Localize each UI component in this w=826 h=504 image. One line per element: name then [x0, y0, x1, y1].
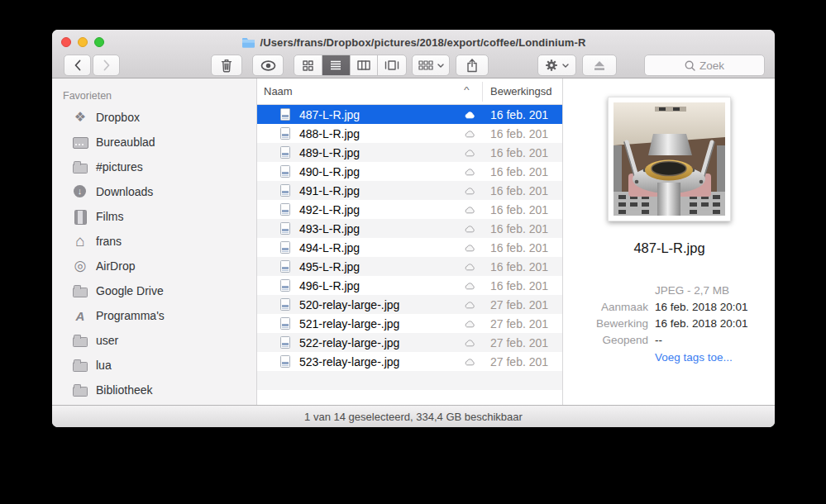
sidebar-item[interactable]: frans — [52, 229, 256, 254]
file-date: 27 feb. 201 — [490, 298, 548, 311]
file-row[interactable]: 523-relay-large-.jpg 27 feb. 201 — [257, 352, 562, 371]
sidebar-item[interactable]: Bibliotheek — [52, 378, 256, 402]
file-date: 16 feb. 201 — [490, 146, 548, 159]
metadata-label: Geopend — [564, 334, 648, 346]
file-date: 16 feb. 201 — [490, 127, 548, 140]
jpeg-file-icon — [280, 298, 290, 311]
search-input[interactable]: Zoek — [644, 55, 765, 76]
cloud-status-icon — [464, 282, 475, 290]
file-name: 487-L-R.jpg — [299, 108, 360, 121]
eject-button[interactable] — [582, 55, 617, 76]
file-date: 27 feb. 201 — [490, 317, 548, 330]
metadata-value: 16 feb. 2018 20:01 — [655, 317, 748, 330]
jpeg-file-icon — [280, 165, 290, 178]
sidebar-item-label: Films — [96, 210, 123, 223]
file-name: 490-L-R.jpg — [299, 165, 360, 178]
chevron-down-icon — [437, 64, 444, 68]
sidebar-item[interactable]: #pictures — [52, 155, 256, 179]
folder-icon — [72, 382, 88, 398]
sidebar-item-label: Bureaublad — [96, 136, 155, 149]
quick-look-button[interactable] — [252, 55, 284, 76]
metadata-label: Aanmaak — [564, 301, 648, 313]
metadata-row: Bewerking 16 feb. 2018 20:01 — [564, 315, 775, 331]
sidebar-item-label: Bibliotheek — [96, 383, 153, 397]
gallery-view-icon — [384, 60, 399, 70]
jpeg-file-icon — [280, 260, 290, 273]
sidebar-item[interactable]: lua — [52, 353, 256, 378]
jpeg-file-icon — [280, 108, 290, 121]
file-name: 496-L-R.jpg — [299, 279, 360, 292]
file-row[interactable]: 492-L-R.jpg 16 feb. 201 — [257, 200, 562, 219]
list-view-button[interactable] — [322, 55, 351, 75]
trash-button[interactable] — [211, 55, 242, 76]
sidebar-item[interactable]: Google Drive — [52, 278, 256, 303]
desktop-icon — [72, 134, 88, 150]
sidebar-item[interactable]: user — [52, 328, 256, 353]
share-icon — [466, 59, 478, 73]
airdrop-icon — [72, 258, 88, 274]
columns-view-icon — [357, 60, 370, 70]
films-icon — [72, 208, 88, 225]
back-button[interactable] — [64, 55, 91, 76]
preview-pane: 487-L-R.jpg JPEG - 2,7 MB Aanmaak 16 feb… — [564, 78, 775, 405]
column-view-button[interactable] — [351, 55, 379, 75]
dropbox-icon — [72, 109, 88, 126]
file-row[interactable]: 494-L-R.jpg 16 feb. 201 — [257, 238, 562, 257]
file-row[interactable]: 488-L-R.jpg 16 feb. 201 — [257, 124, 562, 143]
column-divider[interactable] — [482, 82, 483, 102]
status-bar: 1 van 14 geselecteerd, 334,4 GB beschikb… — [52, 405, 775, 427]
cloud-status-icon — [464, 339, 475, 347]
eject-icon — [593, 60, 606, 71]
file-date: 16 feb. 201 — [490, 222, 548, 235]
file-list-body: 487-L-R.jpg 16 feb. 201 488-L-R.jpg 16 f… — [257, 105, 562, 404]
action-menu-button[interactable] — [537, 55, 576, 76]
list-header: Naam ^ Bewerkingsd — [257, 78, 562, 105]
cloud-status-icon — [464, 130, 475, 138]
espresso-machine-photo — [614, 102, 725, 216]
sidebar-item[interactable]: Downloads — [52, 179, 256, 204]
cloud-status-icon — [464, 187, 475, 195]
sidebar-item[interactable]: Bureaublad — [52, 130, 256, 155]
file-row[interactable]: 487-L-R.jpg 16 feb. 201 — [257, 105, 562, 124]
file-date: 27 feb. 201 — [490, 355, 548, 368]
status-text: 1 van 14 geselecteerd, 334,4 GB beschikb… — [304, 411, 523, 423]
sidebar-item[interactable]: Programma's — [52, 303, 256, 328]
file-name: 494-L-R.jpg — [299, 241, 360, 254]
file-name: 521-relay-large-.jpg — [299, 317, 399, 330]
file-row[interactable]: 490-L-R.jpg 16 feb. 201 — [257, 162, 562, 181]
gallery-view-button[interactable] — [378, 55, 406, 75]
appstore-icon — [72, 307, 88, 324]
file-row[interactable]: 495-L-R.jpg 16 feb. 201 — [257, 257, 562, 276]
file-date: 16 feb. 201 — [490, 165, 548, 178]
file-row[interactable]: 491-L-R.jpg 16 feb. 201 — [257, 181, 562, 200]
trash-icon — [220, 59, 233, 73]
file-row[interactable]: 489-L-R.jpg 16 feb. 201 — [257, 143, 562, 162]
file-row[interactable]: 522-relay-large-.jpg 27 feb. 201 — [257, 333, 562, 352]
cloud-status-icon — [464, 320, 475, 328]
file-row[interactable]: 520-relay-large-.jpg 27 feb. 201 — [257, 295, 562, 314]
sidebar-item[interactable]: Dropbox — [52, 105, 256, 130]
jpeg-file-icon — [280, 146, 290, 159]
file-row[interactable]: 493-L-R.jpg 16 feb. 201 — [257, 219, 562, 238]
column-header-date[interactable]: Bewerkingsd — [490, 85, 551, 97]
cloud-status-icon — [464, 263, 475, 271]
sidebar-item[interactable]: Films — [52, 204, 256, 229]
cloud-status-icon — [464, 168, 475, 176]
sidebar-item-label: Downloads — [96, 185, 153, 198]
folder-icon — [72, 159, 88, 175]
sidebar-item-label: Google Drive — [96, 284, 164, 297]
cloud-status-icon — [464, 111, 475, 119]
sidebar-section-header: Favorieten — [63, 90, 256, 102]
cloud-status-icon — [464, 206, 475, 214]
group-by-button[interactable] — [412, 55, 450, 76]
add-tags-link[interactable]: Voeg tags toe... — [655, 351, 733, 364]
file-row[interactable]: 496-L-R.jpg 16 feb. 201 — [257, 276, 562, 295]
share-button[interactable] — [456, 55, 489, 76]
file-name: 523-relay-large-.jpg — [299, 355, 399, 368]
file-row[interactable]: 521-relay-large-.jpg 27 feb. 201 — [257, 314, 562, 333]
icon-view-button[interactable] — [294, 55, 322, 75]
sidebar-item[interactable]: AirDrop — [52, 254, 256, 278]
file-date: 16 feb. 201 — [490, 184, 548, 197]
forward-button[interactable] — [93, 55, 120, 76]
column-header-name[interactable]: Naam — [264, 85, 293, 97]
